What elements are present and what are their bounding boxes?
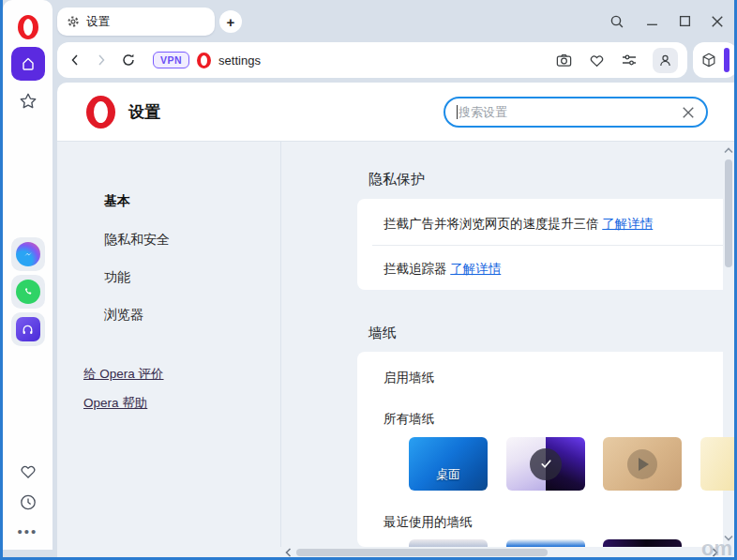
settings-header: 设置 搜索设置 bbox=[57, 83, 737, 142]
cube-icon bbox=[700, 52, 717, 68]
history-button[interactable] bbox=[18, 492, 38, 512]
camera-icon bbox=[555, 52, 573, 69]
opera-favicon bbox=[197, 53, 211, 68]
rate-opera-link[interactable]: 给 Opera 评价 bbox=[83, 366, 164, 383]
enable-wallpaper-label[interactable]: 启用墙纸 bbox=[384, 370, 434, 386]
privacy-card: 拦截广告并将浏览网页的速度提升三倍 了解详情 拦截追踪器 了解详情 bbox=[357, 199, 723, 290]
star-icon bbox=[18, 91, 38, 112]
minimize-button[interactable] bbox=[644, 13, 660, 29]
nav-divider bbox=[280, 142, 281, 547]
new-tab-button[interactable]: + bbox=[219, 10, 242, 33]
maximize-button[interactable] bbox=[677, 13, 693, 29]
home-icon bbox=[20, 55, 37, 72]
sidebar: ••• bbox=[3, 0, 53, 550]
search-icon bbox=[609, 14, 624, 29]
nav-item-browser[interactable]: 浏览器 bbox=[104, 307, 143, 324]
text-cursor bbox=[457, 105, 458, 119]
clock-icon bbox=[18, 492, 38, 512]
gear-icon bbox=[67, 15, 80, 28]
heart-icon bbox=[18, 462, 38, 481]
nav-item-basic[interactable]: 基本 bbox=[104, 193, 130, 210]
site-settings-button[interactable] bbox=[621, 52, 638, 68]
settings-search-input[interactable]: 搜索设置 bbox=[444, 97, 708, 128]
nav-item-privacy-security[interactable]: 隐私和安全 bbox=[104, 232, 170, 249]
back-button[interactable] bbox=[68, 53, 82, 67]
player-button[interactable] bbox=[11, 312, 45, 346]
wallpaper-thumb-cream[interactable] bbox=[700, 437, 737, 491]
vpn-badge[interactable]: VPN bbox=[153, 52, 189, 68]
forward-button[interactable] bbox=[95, 53, 108, 67]
sidebar-panel-toggle[interactable] bbox=[693, 42, 737, 78]
vertical-scrollbar-thumb[interactable] bbox=[725, 159, 732, 267]
close-button[interactable] bbox=[709, 13, 725, 29]
adblock-learn-more-link[interactable]: 了解详情 bbox=[602, 217, 653, 231]
bookmarks-button[interactable] bbox=[18, 91, 38, 112]
search-placeholder: 搜索设置 bbox=[459, 104, 682, 121]
browser-window: ••• 设置 + VPN settings bbox=[0, 0, 737, 560]
sidebar-more-button[interactable]: ••• bbox=[18, 523, 38, 539]
recent-thumb[interactable] bbox=[603, 539, 682, 547]
adblock-label: 拦截广告并将浏览网页的速度提升三倍 bbox=[384, 217, 599, 231]
desktop-thumb-label: 桌面 bbox=[409, 466, 488, 483]
page-title: 设置 bbox=[128, 101, 160, 123]
snapshot-button[interactable] bbox=[555, 52, 573, 69]
whatsapp-button[interactable] bbox=[11, 275, 45, 309]
adblock-row: 拦截广告并将浏览网页的速度提升三倍 了解详情 bbox=[384, 216, 653, 233]
nav-item-features[interactable]: 功能 bbox=[104, 269, 130, 286]
horizontal-scrollbar-thumb[interactable] bbox=[296, 549, 548, 556]
tune-icon bbox=[621, 52, 638, 68]
watermark-text: om bbox=[701, 537, 732, 560]
privacy-section-title: 隐私保护 bbox=[368, 171, 425, 189]
tabbar-search-button[interactable] bbox=[609, 13, 624, 29]
profile-button[interactable] bbox=[653, 48, 678, 73]
selected-badge bbox=[530, 448, 562, 480]
heart-icon bbox=[588, 52, 606, 69]
all-wallpapers-label: 所有墙纸 bbox=[384, 411, 434, 428]
address-bar[interactable]: VPN settings bbox=[57, 42, 687, 78]
back-icon bbox=[68, 53, 82, 67]
opera-logo-icon bbox=[86, 96, 115, 129]
tab-settings[interactable]: 设置 bbox=[57, 8, 215, 36]
chevron-up-icon bbox=[723, 146, 734, 155]
tracker-row: 拦截追踪器 了解详情 bbox=[384, 261, 501, 278]
wallpaper-card: 启用墙纸 所有墙纸 桌面 最近使用的墙纸 bbox=[357, 352, 723, 547]
messenger-icon bbox=[16, 242, 40, 266]
forward-icon bbox=[95, 53, 108, 67]
panel-active-indicator bbox=[724, 48, 729, 72]
minimize-icon bbox=[646, 15, 658, 27]
reload-button[interactable] bbox=[121, 53, 136, 68]
messenger-button[interactable] bbox=[11, 237, 45, 271]
whatsapp-icon bbox=[16, 280, 40, 304]
recent-wallpapers-label: 最近使用的墙纸 bbox=[384, 514, 473, 531]
ellipsis-icon: ••• bbox=[18, 523, 38, 539]
opera-menu-button[interactable] bbox=[18, 15, 38, 39]
wallpaper-thumb-desktop[interactable]: 桌面 bbox=[409, 437, 488, 491]
likes-button[interactable] bbox=[18, 462, 38, 481]
wallpaper-thumb-selected[interactable] bbox=[506, 437, 585, 491]
opera-logo-icon bbox=[18, 15, 38, 39]
profile-icon bbox=[657, 53, 673, 68]
tracker-learn-more-link[interactable]: 了解详情 bbox=[450, 262, 501, 276]
check-icon bbox=[539, 457, 553, 471]
plus-icon: + bbox=[227, 14, 235, 30]
row-divider bbox=[372, 245, 723, 246]
headphones-icon bbox=[16, 317, 40, 341]
clear-search-icon[interactable] bbox=[682, 106, 695, 119]
wallpaper-section-title: 墙纸 bbox=[368, 325, 397, 342]
scroll-up-button[interactable] bbox=[721, 144, 736, 157]
wallpaper-thumb-video[interactable] bbox=[603, 437, 682, 491]
recent-thumb[interactable] bbox=[409, 539, 488, 547]
scroll-left-button[interactable] bbox=[281, 546, 294, 559]
opera-help-link[interactable]: Opera 帮助 bbox=[83, 395, 147, 412]
maximize-icon bbox=[679, 15, 691, 27]
chevron-left-icon bbox=[284, 547, 293, 558]
tracker-label: 拦截追踪器 bbox=[384, 262, 447, 276]
home-button[interactable] bbox=[11, 47, 45, 81]
url-text[interactable]: settings bbox=[218, 53, 261, 68]
close-icon bbox=[711, 15, 724, 28]
bookmark-page-button[interactable] bbox=[588, 52, 606, 69]
tab-title: 设置 bbox=[86, 14, 110, 30]
recent-thumb[interactable] bbox=[506, 539, 585, 547]
reload-icon bbox=[121, 53, 136, 68]
play-icon bbox=[627, 449, 657, 479]
